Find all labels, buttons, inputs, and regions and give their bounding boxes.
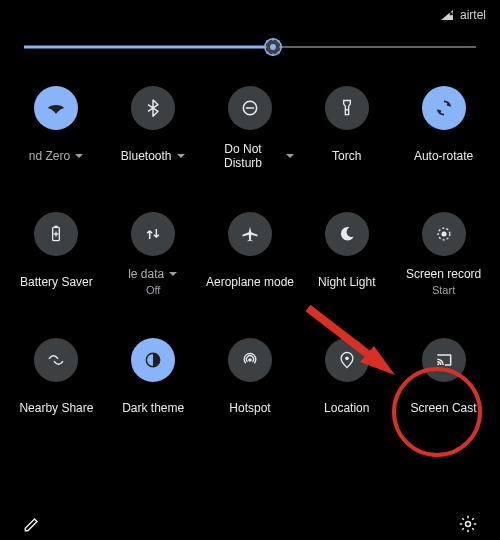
brightness-slider[interactable] — [24, 42, 476, 52]
nearby-share-icon — [34, 338, 78, 382]
chevron-down-icon[interactable] — [74, 151, 84, 161]
tile-label: Battery Saver — [20, 275, 93, 289]
tile-night-light[interactable]: Night Light — [298, 212, 395, 298]
tile-hotspot[interactable]: Hotspot — [202, 338, 299, 424]
tile-screen-record[interactable]: Screen record Start — [395, 212, 492, 298]
autorotate-icon — [422, 86, 466, 130]
tile-label: le data — [128, 267, 164, 281]
tile-label: nd Zero — [29, 149, 70, 163]
gear-icon[interactable] — [458, 514, 478, 534]
tile-dark-theme[interactable]: Dark theme — [105, 338, 202, 424]
tile-dnd[interactable]: Do Not Disturb — [202, 86, 299, 172]
status-bar: airtel — [0, 0, 500, 26]
dark-theme-icon — [131, 338, 175, 382]
tile-label: Screen Cast — [411, 401, 477, 415]
wifi-icon — [34, 86, 78, 130]
tile-battery-saver[interactable]: Battery Saver — [8, 212, 105, 298]
tile-label: Hotspot — [229, 401, 270, 415]
tile-sublabel: Off — [146, 284, 160, 297]
location-icon — [325, 338, 369, 382]
tile-label: Nearby Share — [19, 401, 93, 415]
tile-autorotate[interactable]: Auto-rotate — [395, 86, 492, 172]
svg-point-23 — [466, 522, 471, 527]
svg-point-18 — [441, 232, 446, 237]
moon-icon — [325, 212, 369, 256]
tile-label: Location — [324, 401, 369, 415]
brightness-thumb[interactable] — [262, 36, 284, 58]
chevron-down-icon[interactable] — [176, 151, 186, 161]
brightness-track-fill — [24, 46, 273, 49]
tile-screen-cast[interactable]: Screen Cast — [395, 338, 492, 424]
svg-point-21 — [345, 357, 349, 361]
tile-label: Bluetooth — [121, 149, 172, 163]
tile-torch[interactable]: Torch — [298, 86, 395, 172]
svg-rect-14 — [55, 226, 58, 228]
carrier-label: airtel — [460, 8, 486, 22]
tile-wifi[interactable]: nd Zero — [8, 86, 105, 172]
tile-label: Torch — [332, 149, 361, 163]
cast-icon — [422, 338, 466, 382]
record-icon — [422, 212, 466, 256]
torch-icon — [325, 86, 369, 130]
tile-location[interactable]: Location — [298, 338, 395, 424]
svg-point-20 — [248, 358, 252, 362]
tile-label: Do Not Disturb — [205, 142, 281, 171]
tile-aeroplane[interactable]: Aeroplane mode — [202, 212, 299, 298]
dnd-icon — [228, 86, 272, 130]
svg-point-22 — [437, 363, 439, 365]
svg-point-1 — [270, 44, 276, 50]
tile-nearby-share[interactable]: Nearby Share — [8, 338, 105, 424]
tile-label: Screen record — [406, 267, 481, 281]
data-icon — [131, 212, 175, 256]
quick-settings-grid: nd Zero Bluetooth Do Not Disturb Torch — [0, 78, 500, 436]
hotspot-icon — [228, 338, 272, 382]
signal-icon — [440, 9, 454, 21]
svg-point-12 — [346, 109, 348, 111]
aeroplane-icon — [228, 212, 272, 256]
chevron-down-icon[interactable] — [168, 269, 178, 279]
battery-icon — [34, 212, 78, 256]
tile-label: Dark theme — [122, 401, 184, 415]
tile-sublabel: Start — [432, 284, 455, 297]
chevron-down-icon[interactable] — [285, 151, 295, 161]
bluetooth-icon — [131, 86, 175, 130]
tile-bluetooth[interactable]: Bluetooth — [105, 86, 202, 172]
tile-label: Aeroplane mode — [206, 275, 294, 289]
tile-mobile-data[interactable]: le data Off — [105, 212, 202, 298]
tile-label: Night Light — [318, 275, 375, 289]
bottom-bar — [0, 514, 500, 534]
edit-icon[interactable] — [22, 514, 42, 534]
tile-label: Auto-rotate — [414, 149, 473, 163]
